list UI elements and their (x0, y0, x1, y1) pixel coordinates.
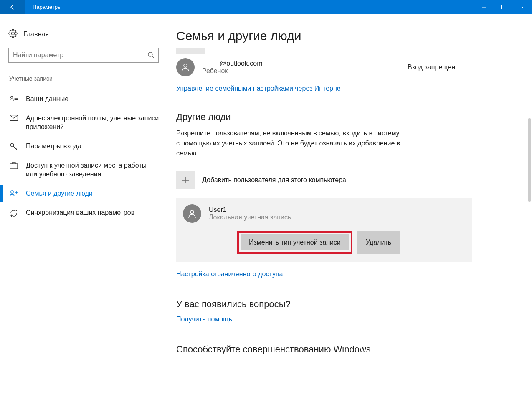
person-badge-icon (9, 94, 18, 102)
svg-point-16 (11, 191, 13, 193)
avatar (183, 204, 201, 223)
user-name: User1 (209, 206, 291, 214)
user-type: Локальная учетная запись (209, 214, 291, 221)
sync-icon (9, 208, 18, 217)
main-content: Семья и другие люди @outlook.com Ребенок… (171, 14, 532, 400)
sidebar-item-family[interactable]: Семья и другие люди (8, 184, 163, 203)
family-member-row[interactable]: @outlook.com Ребенок Вход запрещен (176, 58, 472, 76)
scrollbar[interactable] (528, 118, 531, 202)
search-field[interactable] (13, 51, 147, 59)
svg-line-5 (152, 56, 154, 58)
user-card[interactable]: User1 Локальная учетная запись Изменить … (176, 198, 472, 262)
family-member-role: Ребенок (202, 67, 400, 75)
window-controls (474, 0, 532, 14)
sidebar-item-your-info[interactable]: Ваши данные (8, 89, 163, 109)
window-title: Параметры (25, 4, 474, 10)
svg-point-22 (190, 210, 194, 214)
highlight-annotation: Изменить тип учетной записи (237, 231, 352, 254)
plus-icon (176, 171, 195, 189)
sidebar-item-label: Доступ к учетной записи места работы или… (26, 161, 160, 179)
page-title: Семья и другие люди (176, 29, 472, 43)
sidebar-item-label: Ваши данные (26, 94, 68, 104)
sidebar-item-sync[interactable]: Синхронизация ваших параметров (8, 203, 163, 222)
svg-rect-1 (502, 5, 505, 9)
sidebar-item-label: Параметры входа (26, 142, 81, 151)
sidebar-item-label: Синхронизация ваших параметров (26, 208, 134, 217)
svg-line-13 (16, 148, 17, 149)
improve-title: Способствуйте совершенствованию Windows (176, 344, 472, 355)
back-button[interactable] (0, 0, 25, 14)
people-icon (9, 189, 18, 197)
minimize-button[interactable] (474, 0, 494, 14)
sidebar-item-label: Адрес электронной почты; учетные записи … (26, 114, 160, 132)
other-people-title: Другие люди (176, 112, 472, 122)
key-icon (9, 142, 18, 151)
delete-button[interactable]: Удалить (357, 231, 400, 254)
other-people-desc: Разрешите пользователям, не включенным в… (176, 128, 402, 158)
sidebar-home-label: Главная (23, 31, 49, 38)
sidebar-item-signin[interactable]: Параметры входа (8, 137, 163, 156)
svg-rect-14 (10, 164, 18, 169)
sidebar-home[interactable]: Главная (8, 26, 163, 48)
avatar (176, 58, 195, 76)
search-input[interactable] (8, 48, 159, 63)
family-member-email: @outlook.com (202, 60, 400, 67)
close-button[interactable] (513, 0, 532, 14)
restricted-access-link[interactable]: Настройка ограниченного доступа (176, 270, 283, 278)
add-user-row[interactable]: Добавить пользователя для этого компьюте… (176, 171, 472, 189)
briefcase-icon (9, 161, 18, 169)
sidebar-group-title: Учетные записи (8, 75, 163, 82)
change-account-type-button[interactable]: Изменить тип учетной записи (241, 234, 349, 250)
questions-title: У вас появились вопросы? (176, 299, 472, 310)
redacted-block (176, 48, 205, 54)
search-icon (147, 51, 154, 59)
sidebar-item-label: Семья и другие люди (26, 189, 93, 198)
get-help-link[interactable]: Получить помощь (176, 316, 232, 323)
svg-point-6 (11, 96, 13, 98)
maximize-button[interactable] (494, 0, 513, 14)
titlebar: Параметры (0, 0, 532, 14)
svg-point-4 (148, 52, 152, 56)
sidebar-item-work[interactable]: Доступ к учетной записи места работы или… (8, 156, 163, 184)
sidebar-item-email[interactable]: Адрес электронной почты; учетные записи … (8, 109, 163, 137)
sidebar: Главная Учетные записи Ваши данные Адрес… (0, 14, 171, 400)
svg-point-11 (10, 143, 14, 147)
manage-family-link[interactable]: Управление семейными настройками через И… (176, 85, 344, 92)
family-member-status: Вход запрещен (408, 64, 472, 71)
add-user-label: Добавить пользователя для этого компьюте… (202, 176, 346, 184)
gear-icon (8, 29, 18, 39)
svg-point-19 (184, 64, 187, 67)
mail-icon (9, 114, 18, 121)
